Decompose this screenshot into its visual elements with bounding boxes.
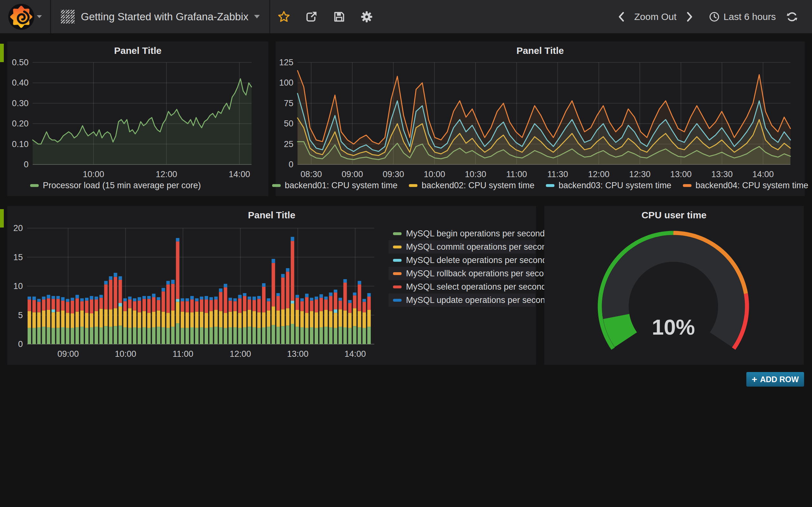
svg-text:75: 75: [284, 99, 293, 108]
plus-icon: +: [752, 375, 757, 384]
legend-item[interactable]: backend03: CPU system time: [546, 181, 671, 190]
share-icon: [305, 10, 318, 23]
legend-swatch-icon: [30, 184, 39, 187]
time-forward-button[interactable]: [686, 11, 694, 22]
grafana-logo-icon: [8, 4, 34, 30]
legend-label: MySQL commit operations per second: [406, 242, 551, 252]
panel-mysql-ops: Panel Title 0510152009:0010:0011:0012:00…: [7, 206, 536, 365]
svg-text:09:30: 09:30: [383, 170, 404, 179]
svg-text:12:30: 12:30: [629, 170, 651, 179]
legend-label: backend03: CPU system time: [559, 181, 671, 190]
processor-load-legend: Processor load (15 min average per core): [30, 181, 201, 190]
legend-swatch-icon: [683, 184, 692, 187]
legend-item[interactable]: Processor load (15 min average per core): [30, 181, 201, 190]
svg-text:10:00: 10:00: [83, 170, 104, 179]
save-icon: [333, 10, 345, 23]
row-toggle-1[interactable]: [0, 44, 4, 62]
time-range-label: Last 6 hours: [723, 11, 776, 22]
refresh-button[interactable]: [786, 11, 798, 23]
svg-text:100: 100: [279, 78, 293, 88]
refresh-icon: [786, 11, 798, 23]
svg-text:125: 125: [279, 58, 293, 67]
settings-button[interactable]: [360, 10, 373, 23]
svg-text:0.30: 0.30: [12, 99, 29, 108]
legend-swatch-icon: [393, 299, 402, 302]
logo-caret-icon: [37, 15, 42, 18]
svg-text:0.10: 0.10: [12, 139, 29, 149]
chevron-left-icon: [617, 11, 625, 22]
svg-text:11:30: 11:30: [547, 170, 568, 179]
svg-text:15: 15: [13, 252, 23, 262]
legend-item[interactable]: backend01: CPU system time: [272, 181, 398, 190]
add-row-label: ADD ROW: [760, 375, 799, 384]
svg-text:25: 25: [284, 139, 293, 149]
star-icon: [277, 10, 290, 23]
svg-text:20: 20: [13, 223, 23, 233]
svg-text:10%: 10%: [652, 315, 695, 339]
legend-swatch-icon: [409, 184, 417, 187]
legend-item[interactable]: MySQL delete operations per second: [389, 253, 536, 267]
legend-label: backend01: CPU system time: [285, 181, 398, 190]
legend-swatch-icon: [546, 184, 554, 187]
legend-label: Processor load (15 min average per core): [43, 181, 201, 190]
mysql-ops-legend: MySQL begin operations per secondMySQL c…: [389, 227, 536, 307]
panel-processor-load: Panel Title 00.100.200.300.400.5010:0012…: [7, 42, 268, 196]
svg-text:11:00: 11:00: [506, 170, 527, 179]
legend-label: backend02: CPU system time: [421, 181, 535, 190]
chevron-right-icon: [686, 11, 694, 22]
svg-text:12:00: 12:00: [230, 349, 251, 359]
star-button[interactable]: [277, 10, 290, 23]
legend-item[interactable]: backend04: CPU system time: [683, 181, 809, 190]
legend-label: MySQL rollback operations per second: [406, 269, 553, 279]
svg-text:0: 0: [18, 339, 23, 349]
svg-text:14:00: 14:00: [345, 349, 366, 359]
navbar-separator: [269, 0, 270, 33]
svg-text:12:00: 12:00: [588, 170, 610, 179]
legend-item[interactable]: MySQL commit operations per second: [389, 240, 536, 253]
svg-text:0: 0: [24, 160, 29, 169]
legend-item[interactable]: MySQL update operations per second: [389, 293, 536, 307]
add-row-button[interactable]: + ADD ROW: [746, 372, 804, 387]
legend-item[interactable]: MySQL rollback operations per second: [389, 267, 536, 280]
svg-text:10:30: 10:30: [465, 170, 486, 179]
legend-swatch-icon: [393, 232, 402, 235]
clock-icon: [709, 11, 720, 22]
svg-text:10: 10: [13, 281, 23, 291]
svg-text:14:00: 14:00: [229, 170, 250, 179]
dashboard-picker[interactable]: Getting Started with Grafana-Zabbix: [51, 0, 269, 33]
time-range-picker[interactable]: Last 6 hours: [709, 11, 776, 22]
zoom-out-button[interactable]: Zoom Out: [635, 11, 676, 22]
svg-text:10:00: 10:00: [424, 170, 445, 179]
legend-label: backend04: CPU system time: [696, 181, 809, 190]
legend-item[interactable]: backend02: CPU system time: [409, 181, 535, 190]
svg-text:14:00: 14:00: [752, 170, 774, 179]
cpu-user-gauge-chart: 10%: [544, 206, 804, 365]
legend-item[interactable]: MySQL select operations per second: [389, 280, 536, 293]
legend-label: MySQL delete operations per second: [406, 256, 547, 265]
svg-text:50: 50: [284, 119, 293, 128]
svg-text:09:00: 09:00: [57, 349, 79, 359]
gear-icon: [360, 10, 373, 23]
legend-swatch-icon: [393, 272, 402, 275]
row-toggle-2[interactable]: [0, 209, 4, 228]
legend-label: MySQL begin operations per second: [406, 229, 545, 239]
grafana-logo[interactable]: [0, 0, 50, 33]
dashboard-caret-icon: [254, 15, 260, 18]
svg-text:0.50: 0.50: [12, 58, 29, 67]
cpu-system-chart[interactable]: 025507510012508:3009:0009:3010:0010:3011…: [275, 42, 805, 196]
time-back-button[interactable]: [617, 11, 625, 22]
mysql-ops-chart[interactable]: 0510152009:0010:0011:0012:0013:0014:00: [7, 206, 397, 365]
legend-item[interactable]: MySQL begin operations per second: [389, 227, 536, 240]
legend-label: MySQL select operations per second: [406, 282, 546, 292]
svg-text:09:00: 09:00: [342, 170, 363, 179]
svg-text:13:30: 13:30: [711, 170, 733, 179]
panel-cpu-system: Panel Title 025507510012508:3009:0009:30…: [275, 42, 805, 196]
share-button[interactable]: [305, 10, 318, 23]
dashboard-title: Getting Started with Grafana-Zabbix: [81, 11, 248, 23]
panel-cpu-user-gauge: CPU user time 10%: [544, 206, 804, 365]
processor-load-chart[interactable]: 00.100.200.300.400.5010:0012:0014:00: [7, 42, 268, 196]
save-button[interactable]: [333, 10, 345, 23]
dashboard-grid-icon: [61, 9, 75, 24]
legend-label: MySQL update operations per second: [406, 295, 550, 305]
svg-text:5: 5: [18, 311, 23, 320]
